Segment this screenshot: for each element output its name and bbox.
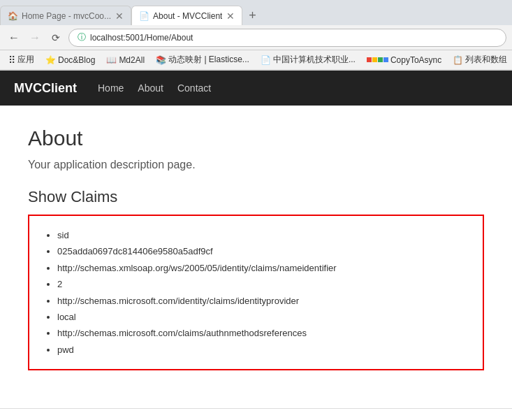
nav-link-about[interactable]: About — [138, 80, 163, 96]
address-bar[interactable]: ⓘ localhost:5001/Home/About — [68, 29, 506, 47]
tab-about-title: About - MVCClient — [153, 11, 222, 21]
app-brand[interactable]: MVCClient — [14, 81, 77, 96]
bookmark-copytoasync-label: CopyToAsync — [390, 55, 441, 65]
tab-home[interactable]: 🏠 Home Page - mvcCoo... ✕ — [0, 6, 131, 25]
tab-about[interactable]: 📄 About - MVCClient ✕ — [131, 6, 242, 25]
bookmark-icon: 📋 — [453, 55, 463, 65]
bookmark-copytoasync[interactable]: CopyToAsync — [364, 54, 444, 66]
bookmarks-bar: ⠿ 应用 ⭐ Doc&Blog 📖 Md2All 📚 动态映射 | Elasti… — [0, 50, 512, 70]
bookmark-md2all[interactable]: 📖 Md2All — [103, 54, 147, 66]
nav-link-contact[interactable]: Contact — [177, 80, 211, 96]
address-text: localhost:5001/Home/About — [90, 33, 193, 43]
bookmark-docblog[interactable]: ⭐ Doc&Blog — [43, 54, 98, 66]
apps-icon: ⠿ — [8, 55, 15, 66]
bookmark-docblog-label: Doc&Blog — [58, 55, 95, 65]
claims-box: sid025adda0697dc814406e9580a5adf9cfhttp:… — [28, 215, 484, 370]
section-title: Show Claims — [28, 188, 484, 206]
bookmark-elastic-label: 动态映射 | Elasticse... — [168, 54, 249, 66]
bookmark-apps[interactable]: ⠿ 应用 — [6, 52, 37, 67]
bookmark-apps-label: 应用 — [17, 54, 34, 66]
bookmark-icon — [367, 57, 388, 62]
claim-item-6: http://schemas.microsoft.com/claims/auth… — [57, 325, 469, 341]
page-content: About Your application description page.… — [0, 106, 512, 408]
claim-item-5: local — [57, 309, 469, 325]
bookmark-icon: ⭐ — [45, 55, 56, 65]
back-button[interactable]: ← — [6, 29, 22, 46]
claim-item-1: 025adda0697dc814406e9580a5adf9cf — [57, 243, 469, 259]
tab-about-favicon: 📄 — [139, 11, 149, 21]
app-navbar: MVCClient Home About Contact — [0, 71, 512, 106]
tab-home-favicon: 🏠 — [8, 11, 17, 21]
tab-bar: 🏠 Home Page - mvcCoo... ✕ 📄 About - MVCC… — [0, 0, 512, 25]
bookmark-list[interactable]: 📋 列表和数组 — [450, 52, 510, 67]
refresh-button[interactable]: ⟳ — [47, 29, 64, 46]
page-title: About — [28, 126, 484, 150]
new-tab-button[interactable]: + — [242, 6, 262, 25]
claim-item-0: sid — [57, 227, 469, 243]
claim-item-3: 2 — [57, 276, 469, 292]
page-footer: © 2018 - MVCClient — [0, 408, 512, 420]
claim-item-7: pwd — [57, 342, 469, 358]
app-nav-links: Home About Contact — [98, 80, 211, 96]
tab-home-title: Home Page - mvcCoo... — [22, 11, 111, 21]
bookmark-icon: 📚 — [156, 55, 166, 65]
claim-item-2: http://schemas.xmlsoap.org/ws/2005/05/id… — [57, 260, 469, 276]
page-description: Your application description page. — [28, 159, 484, 171]
nav-link-home[interactable]: Home — [98, 80, 124, 96]
bookmark-icon: 📄 — [261, 55, 271, 65]
secure-icon: ⓘ — [78, 31, 86, 43]
bookmark-list-label: 列表和数组 — [465, 54, 507, 66]
bookmark-china-tech-label: 中国计算机技术职业... — [273, 54, 356, 66]
tab-about-close[interactable]: ✕ — [226, 11, 235, 21]
tab-home-close[interactable]: ✕ — [115, 11, 124, 21]
bookmark-elastic[interactable]: 📚 动态映射 | Elasticse... — [153, 52, 252, 67]
claims-list: sid025adda0697dc814406e9580a5adf9cfhttp:… — [43, 227, 469, 358]
claim-item-4: http://schemas.microsoft.com/identity/cl… — [57, 293, 469, 309]
address-bar-row: ← → ⟳ ⓘ localhost:5001/Home/About — [0, 25, 512, 50]
forward-button[interactable]: → — [27, 29, 43, 46]
browser-chrome: 🏠 Home Page - mvcCoo... ✕ 📄 About - MVCC… — [0, 0, 512, 71]
bookmark-icon: 📖 — [106, 55, 117, 65]
bookmark-md2all-label: Md2All — [119, 55, 145, 65]
bookmark-china-tech[interactable]: 📄 中国计算机技术职业... — [258, 52, 358, 67]
